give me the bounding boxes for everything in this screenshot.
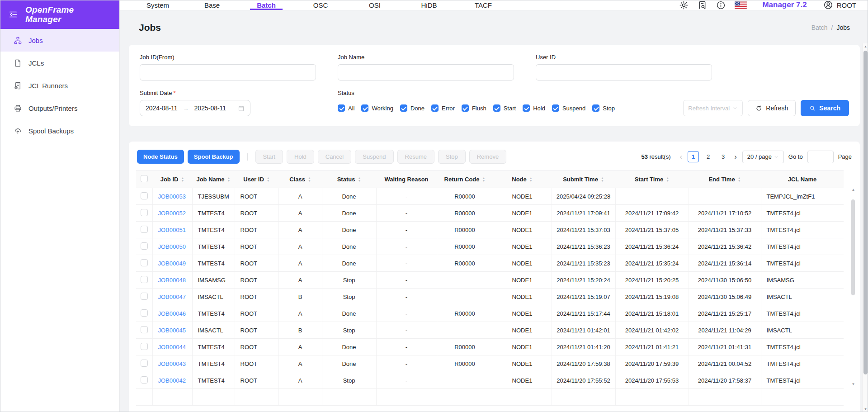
status-checkbox-start[interactable]: Start <box>493 104 516 112</box>
scroll-up-icon[interactable]: ▲ <box>863 45 868 48</box>
col-header-return-code[interactable]: Return Code▲▼ <box>437 171 493 188</box>
col-header-status[interactable]: Status▲▼ <box>322 171 376 188</box>
resume-button[interactable]: Resume <box>397 150 434 164</box>
table-scrollbar[interactable]: ▲ ▼ <box>850 188 856 387</box>
refresh-button[interactable]: Refresh <box>748 100 796 116</box>
scroll-up-icon[interactable]: ▲ <box>852 188 855 192</box>
scroll-down-icon[interactable]: ▼ <box>852 382 855 387</box>
settings-icon[interactable] <box>679 0 689 10</box>
row-checkbox[interactable] <box>141 309 148 317</box>
row-checkbox[interactable] <box>141 360 148 367</box>
tab-tacf[interactable]: TACF <box>456 0 510 10</box>
sort-icon[interactable]: ▲▼ <box>666 177 669 182</box>
col-header-jcl-name[interactable]: JCL Name <box>761 171 844 188</box>
sort-icon[interactable]: ▲▼ <box>482 177 486 182</box>
cancel-button[interactable]: Cancel <box>318 150 351 164</box>
col-header-end-time[interactable]: End Time▲▼ <box>689 171 761 188</box>
col-header-start-time[interactable]: Start Time▲▼ <box>615 171 689 188</box>
status-checkbox-stop[interactable]: Stop <box>592 104 615 112</box>
job-id-link[interactable]: JOB00048 <box>158 277 186 284</box>
row-checkbox[interactable] <box>141 376 148 384</box>
status-checkbox-suspend[interactable]: Suspend <box>552 104 585 112</box>
page-1-button[interactable]: 1 <box>688 151 699 162</box>
col-header-node[interactable]: Node▲▼ <box>493 171 552 188</box>
job-id-link[interactable]: JOB00049 <box>158 260 186 267</box>
sidebar-item-jcl-runners[interactable]: JCL Runners <box>0 74 119 97</box>
col-header-job-name[interactable]: Job Name▲▼ <box>192 171 235 188</box>
sidebar-item-spool-backups[interactable]: Spool Backups <box>0 119 119 142</box>
sort-icon[interactable]: ▲▼ <box>181 177 184 182</box>
stop-button[interactable]: Stop <box>438 150 466 164</box>
hold-button[interactable]: Hold <box>287 150 314 164</box>
calendar-icon[interactable] <box>238 105 245 112</box>
sort-icon[interactable]: ▲▼ <box>267 177 270 182</box>
info-icon[interactable] <box>716 0 726 10</box>
table-scrollbar-thumb[interactable] <box>851 199 855 295</box>
job-id-link[interactable]: JOB00047 <box>158 294 186 300</box>
job-id-link[interactable]: JOB00050 <box>158 243 186 250</box>
row-checkbox[interactable] <box>141 326 148 333</box>
page-3-button[interactable]: 3 <box>717 151 729 162</box>
remove-button[interactable]: Remove <box>469 150 506 164</box>
start-button[interactable]: Start <box>255 150 283 164</box>
user-menu[interactable]: ROOT <box>823 0 856 10</box>
job-id-from-input[interactable] <box>140 64 316 81</box>
row-checkbox[interactable] <box>141 259 148 266</box>
row-checkbox[interactable] <box>141 209 148 216</box>
sidebar-item-jcls[interactable]: JCLs <box>0 52 119 74</box>
breadcrumb-parent[interactable]: Batch <box>811 24 828 31</box>
sidebar-collapse-icon[interactable] <box>8 9 18 19</box>
job-name-input[interactable] <box>338 64 514 81</box>
search-button[interactable]: Search <box>801 100 849 116</box>
col-header-job-id[interactable]: Job ID▲▼ <box>152 171 192 188</box>
row-checkbox[interactable] <box>141 293 148 300</box>
user-id-input[interactable] <box>536 64 712 81</box>
select-all-header[interactable] <box>136 171 152 188</box>
spool-backup-button[interactable]: Spool Backup <box>188 150 240 164</box>
sidebar-item-outputs-printers[interactable]: Outputs/Printers <box>0 97 119 119</box>
us-flag-icon[interactable] <box>735 1 747 9</box>
suspend-button[interactable]: Suspend <box>355 150 393 164</box>
job-id-link[interactable]: JOB00043 <box>158 360 186 367</box>
status-checkbox-done[interactable]: Done <box>400 104 425 112</box>
col-header-class[interactable]: Class▲▼ <box>278 171 322 188</box>
date-to-value[interactable]: 2025-08-11 <box>194 104 226 112</box>
date-range-picker[interactable]: 2024-08-11 → 2025-08-11 <box>140 100 250 116</box>
tab-batch[interactable]: Batch <box>239 0 293 10</box>
job-id-link[interactable]: JOB00044 <box>158 344 186 350</box>
status-checkbox-error[interactable]: Error <box>431 104 455 112</box>
select-all-checkbox[interactable] <box>141 175 148 182</box>
sort-icon[interactable]: ▲▼ <box>227 177 231 182</box>
tab-osi[interactable]: OSI <box>348 0 402 10</box>
sort-icon[interactable]: ▲▼ <box>308 177 311 182</box>
col-header-submit-time[interactable]: Submit Time▲▼ <box>552 171 615 188</box>
status-checkbox-all[interactable]: All <box>338 104 354 112</box>
sort-icon[interactable]: ▲▼ <box>358 177 361 182</box>
page-2-button[interactable]: 2 <box>703 151 714 162</box>
job-id-link[interactable]: JOB00046 <box>158 310 186 317</box>
sort-icon[interactable]: ▲▼ <box>601 177 604 182</box>
prev-page-button[interactable]: ‹ <box>679 153 683 161</box>
tab-hidb[interactable]: HiDB <box>402 0 456 10</box>
job-id-link[interactable]: JOB00052 <box>158 210 186 217</box>
refresh-interval-select[interactable]: Refresh Interval <box>683 100 743 116</box>
tab-system[interactable]: System <box>131 0 185 10</box>
job-id-link[interactable]: JOB00053 <box>158 193 186 200</box>
goto-page-input[interactable] <box>807 151 834 163</box>
sort-icon[interactable]: ▲▼ <box>738 177 741 182</box>
status-checkbox-working[interactable]: Working <box>361 104 393 112</box>
row-checkbox[interactable] <box>141 192 148 199</box>
sidebar-item-jobs[interactable]: Jobs <box>0 29 119 52</box>
row-checkbox[interactable] <box>141 226 148 233</box>
node-status-button[interactable]: Node Status <box>137 150 184 164</box>
col-header-user-id[interactable]: User ID▲▼ <box>235 171 278 188</box>
page-scrollbar-thumb[interactable] <box>863 51 868 374</box>
job-id-link[interactable]: JOB00051 <box>158 227 186 233</box>
status-checkbox-hold[interactable]: Hold <box>523 104 545 112</box>
job-id-link[interactable]: JOB00045 <box>158 327 186 334</box>
scroll-down-icon[interactable]: ▼ <box>863 407 868 411</box>
sort-icon[interactable]: ▲▼ <box>529 177 533 182</box>
status-checkbox-flush[interactable]: Flush <box>462 104 486 112</box>
row-checkbox[interactable] <box>141 276 148 283</box>
tab-base[interactable]: Base <box>185 0 239 10</box>
